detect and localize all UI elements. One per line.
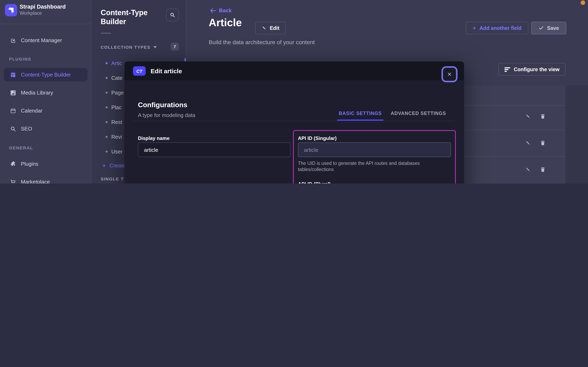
sidebar-item-calendar[interactable]: Calendar [4, 104, 88, 117]
sidebar-item-label: Calendar [21, 108, 42, 114]
quill-icon [10, 37, 16, 44]
pencil-icon [261, 25, 267, 31]
collection-item[interactable]: Cate [106, 73, 123, 83]
bullet-icon [106, 121, 108, 123]
create-collection-type-link[interactable]: +Create [102, 160, 126, 170]
configurations-subtitle: A type for modeling data [138, 112, 195, 118]
add-another-field-button[interactable]: + Add another field [466, 22, 528, 34]
bullet-icon [106, 62, 108, 64]
edit-article-modal: CT Edit article Configurations A type fo… [124, 61, 464, 184]
sidebar-section-plugins: PLUGINS [9, 57, 31, 61]
notification-dot-icon [581, 0, 585, 5]
brand-subtitle: Workplace [20, 11, 66, 16]
sidebar-item-label: Content Manager [21, 37, 62, 43]
search-icon [10, 125, 16, 132]
collection-types-header[interactable]: COLLECTION TYPES [101, 45, 157, 50]
main-sidebar: Strapi Dashboard Workplace Content Manag… [0, 0, 91, 184]
tab-advanced-settings[interactable]: ADVANCED SETTINGS [389, 111, 448, 121]
puzzle-icon [10, 161, 16, 167]
image-icon [10, 89, 16, 96]
filter-lines-icon [504, 67, 510, 72]
sidebar-item-plugins[interactable]: Plugins [4, 157, 88, 171]
delete-field-button[interactable] [540, 113, 546, 119]
close-icon [447, 72, 452, 77]
edit-field-button[interactable] [525, 113, 531, 119]
configurations-title: Configurations [138, 101, 187, 109]
plus-icon: + [102, 162, 106, 169]
bullet-icon [106, 136, 108, 138]
strapi-logo-icon [5, 4, 17, 16]
page-title: Article [209, 16, 242, 29]
api-id-singular-hint: The UID is used to generate the API rout… [298, 160, 446, 173]
panel-title: Content-Type Builder [101, 8, 162, 26]
cart-icon [10, 179, 16, 184]
edit-button[interactable]: Edit [255, 22, 286, 34]
configure-the-view-button[interactable]: Configure the view [498, 63, 565, 76]
calendar-icon [10, 107, 16, 114]
sidebar-item-seo[interactable]: SEO [4, 122, 88, 135]
row-actions [525, 167, 546, 173]
bullet-icon [106, 150, 108, 152]
sidebar-item-content-manager[interactable]: Content Manager [4, 33, 88, 47]
row-actions [525, 113, 546, 119]
bullet-icon [106, 77, 108, 79]
modal-header: CT Edit article [124, 61, 464, 80]
delete-field-button[interactable] [540, 140, 546, 146]
collection-item[interactable]: User [106, 146, 123, 156]
sidebar-item-media-library[interactable]: Media Library [4, 86, 88, 100]
back-arrow-icon [209, 8, 216, 14]
sidebar-item-label: Content-Type Builder [21, 72, 71, 78]
divider [0, 24, 91, 24]
sidebar-item-content-type-builder[interactable]: Content-Type Builder [4, 68, 88, 81]
display-name-label: Display name [138, 135, 170, 141]
sidebar-item-label: Plugins [21, 161, 38, 167]
collection-item[interactable]: Plac [106, 102, 122, 112]
edit-field-button[interactable] [525, 140, 531, 146]
divider [101, 33, 111, 33]
page-subtitle: Build the data architecture of your cont… [209, 39, 315, 45]
bullet-icon [106, 106, 108, 108]
content-gutter [565, 85, 588, 184]
sidebar-section-general: GENERAL [9, 145, 33, 150]
api-id-singular-input[interactable] [298, 142, 451, 157]
content-type-badge: CT [133, 66, 146, 76]
search-button[interactable] [166, 8, 179, 21]
api-id-singular-label: API ID (Singular) [298, 135, 337, 141]
plus-icon: + [472, 24, 476, 32]
chevron-down-icon [153, 46, 157, 48]
collection-count-badge: 7 [171, 42, 179, 51]
collection-item[interactable]: Rest [106, 117, 122, 127]
collection-item[interactable]: Page [106, 88, 124, 97]
close-button[interactable] [443, 67, 456, 81]
layout-grid-icon [10, 71, 16, 78]
display-name-input[interactable] [138, 142, 290, 157]
row-actions [525, 140, 546, 146]
single-types-header[interactable]: SINGLE TY [101, 176, 127, 181]
modal-title: Edit article [151, 67, 182, 75]
sidebar-item-marketplace[interactable]: Marketplace [4, 175, 88, 184]
strapi-dashboard: Strapi Dashboard Workplace Content Manag… [0, 0, 588, 184]
api-id-plural-label: API ID (Plural) [298, 181, 331, 184]
sidebar-item-label: Marketplace [21, 179, 50, 184]
bullet-icon [106, 92, 108, 93]
save-button[interactable]: Save [531, 22, 566, 34]
sidebar-item-label: SEO [21, 125, 32, 132]
collection-item[interactable]: Revi [106, 132, 122, 142]
brand-title: Strapi Dashboard [20, 4, 66, 10]
collection-item-article[interactable]: Artic [106, 58, 122, 68]
delete-field-button[interactable] [540, 167, 546, 173]
check-icon [538, 25, 544, 31]
edit-field-button[interactable] [525, 167, 531, 173]
tab-basic-settings[interactable]: BASIC SETTINGS [337, 111, 383, 121]
sidebar-item-label: Media Library [21, 90, 53, 96]
settings-tabs: BASIC SETTINGS ADVANCED SETTINGS [337, 106, 448, 121]
divider [133, 121, 455, 121]
back-link[interactable]: Back [219, 7, 232, 14]
